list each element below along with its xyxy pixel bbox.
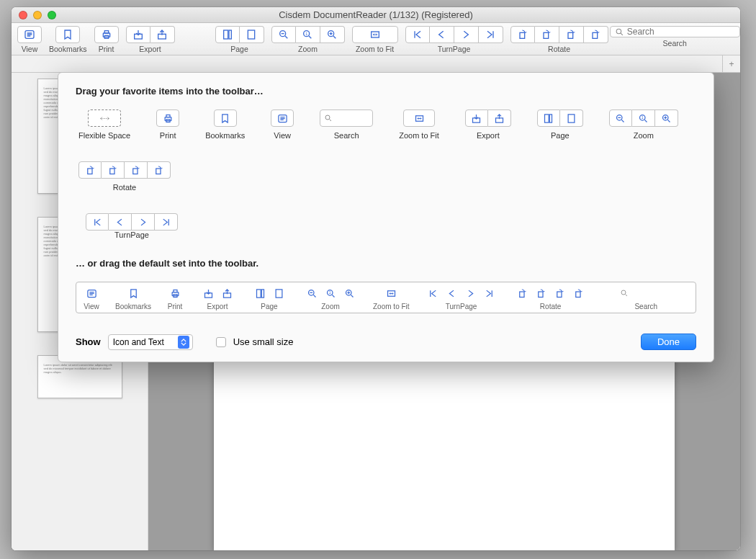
search-field[interactable] <box>610 26 740 37</box>
page-double-button[interactable] <box>240 26 264 43</box>
page-single-button[interactable] <box>215 26 240 43</box>
main-toolbar: View Bookmarks Print Export Page <box>12 23 740 55</box>
bookmark-icon <box>62 29 73 40</box>
rotate-icon <box>536 288 546 299</box>
fit-icon <box>369 29 381 40</box>
zoom-out-icon <box>307 288 318 299</box>
palette-zoom-to-fit[interactable]: Zoom to Fit <box>399 109 439 140</box>
rotate-icon <box>590 29 601 40</box>
customize-toolbar-sheet: Drag your favorite items into the toolba… <box>58 72 714 362</box>
page-single-icon <box>543 113 554 124</box>
next-icon <box>460 29 472 40</box>
default-toolbar-set[interactable]: View Bookmarks Print Export Page Zoom Zo… <box>76 282 696 313</box>
import-icon <box>471 113 482 124</box>
zoom-out-button[interactable] <box>271 26 296 43</box>
palette-view[interactable]: View <box>271 109 294 140</box>
next-icon <box>138 217 148 228</box>
first-icon <box>428 288 438 299</box>
last-page-button[interactable] <box>479 26 503 43</box>
turnpage-label: TurnPage <box>438 45 471 53</box>
sheet-heading: Drag your favorite items into the toolba… <box>76 86 696 97</box>
palette-zoom[interactable]: Zoom <box>609 109 678 140</box>
done-button[interactable]: Done <box>641 334 696 350</box>
print-icon <box>101 29 112 40</box>
zoom-reset-icon <box>302 29 313 40</box>
select-stepper-icon <box>178 336 189 349</box>
document-tab[interactable] <box>12 55 723 72</box>
rotate-icon <box>541 29 552 40</box>
palette-turnpage[interactable]: TurnPage <box>86 213 696 239</box>
zoom-to-fit-button[interactable] <box>352 26 398 43</box>
show-mode-select[interactable]: Icon and Text <box>108 334 193 350</box>
print-label: Print <box>99 45 114 53</box>
page-label: Page <box>230 45 248 53</box>
rotate-icon <box>107 165 118 176</box>
zoom-out-icon <box>278 29 289 40</box>
page-single-icon <box>222 29 233 40</box>
titlebar: Cisdem DocumentReader (1/132) (Registere… <box>12 7 740 23</box>
rotate-icon <box>85 165 96 176</box>
rotate-icon <box>573 288 584 299</box>
last-icon <box>484 288 495 299</box>
window-title: Cisdem DocumentReader (1/132) (Registere… <box>12 9 740 20</box>
palette-rotate[interactable]: Rotate <box>78 161 171 192</box>
palette-bookmarks[interactable]: Bookmarks <box>205 109 245 140</box>
fit-icon <box>386 288 397 299</box>
export-button-1[interactable] <box>126 26 150 43</box>
palette-export[interactable]: Export <box>465 109 511 140</box>
rotate-icon <box>153 165 164 176</box>
page-double-icon <box>566 113 577 124</box>
rotate-icon <box>517 29 528 40</box>
palette-page[interactable]: Page <box>537 109 583 140</box>
next-page-button[interactable] <box>454 26 479 43</box>
zoom-label: Zoom <box>298 45 318 53</box>
rotate-label: Rotate <box>548 45 570 53</box>
rotate-button-1[interactable] <box>510 26 535 43</box>
view-label: View <box>22 45 38 53</box>
view-icon <box>86 288 97 299</box>
palette-search[interactable]: Search <box>320 109 373 140</box>
tabbar: + <box>12 55 740 73</box>
bookmarks-button[interactable] <box>55 26 80 43</box>
zoom-reset-button[interactable] <box>296 26 320 43</box>
page-single-icon <box>255 288 266 299</box>
rotate-icon <box>130 165 141 176</box>
palette-print[interactable]: Print <box>156 109 179 140</box>
search-icon <box>615 27 624 37</box>
view-button[interactable] <box>17 26 42 43</box>
prev-page-button[interactable] <box>430 26 454 43</box>
show-label: Show <box>76 336 101 347</box>
first-icon <box>412 29 423 40</box>
first-icon <box>92 217 103 228</box>
search-input[interactable] <box>627 27 735 37</box>
first-page-button[interactable] <box>405 26 430 43</box>
new-tab-button[interactable]: + <box>723 55 740 72</box>
zoom-in-button[interactable] <box>320 26 345 43</box>
last-icon <box>485 29 496 40</box>
export-icon <box>494 113 505 124</box>
rotate-icon <box>517 288 528 299</box>
search-label: Search <box>663 39 687 48</box>
rotate-button-3[interactable] <box>559 26 584 43</box>
palette-flexible-space[interactable]: Flexible Space <box>78 109 130 140</box>
print-icon <box>163 113 174 124</box>
rotate-button-4[interactable] <box>584 26 608 43</box>
rotate-icon <box>565 29 577 40</box>
fit-icon <box>414 113 425 124</box>
zoom-to-fit-label: Zoom to Fit <box>356 45 394 53</box>
app-window: Cisdem DocumentReader (1/132) (Registere… <box>12 7 740 550</box>
print-button[interactable] <box>94 26 119 43</box>
rotate-button-2[interactable] <box>535 26 559 43</box>
export-icon <box>222 288 233 299</box>
sheet-heading-2: … or drag the default set into the toolb… <box>76 258 696 269</box>
print-icon <box>170 288 181 299</box>
export-button-2[interactable] <box>150 26 175 43</box>
view-icon <box>277 113 288 124</box>
view-icon <box>24 29 35 40</box>
export-label: Export <box>139 45 161 53</box>
bookmarks-label: Bookmarks <box>49 45 87 53</box>
page-double-icon <box>246 29 257 40</box>
toolbar-item-palette: Flexible Space Print Bookmarks View Sear… <box>78 109 696 239</box>
use-small-size-checkbox[interactable] <box>216 337 226 347</box>
bookmark-icon <box>220 113 230 124</box>
